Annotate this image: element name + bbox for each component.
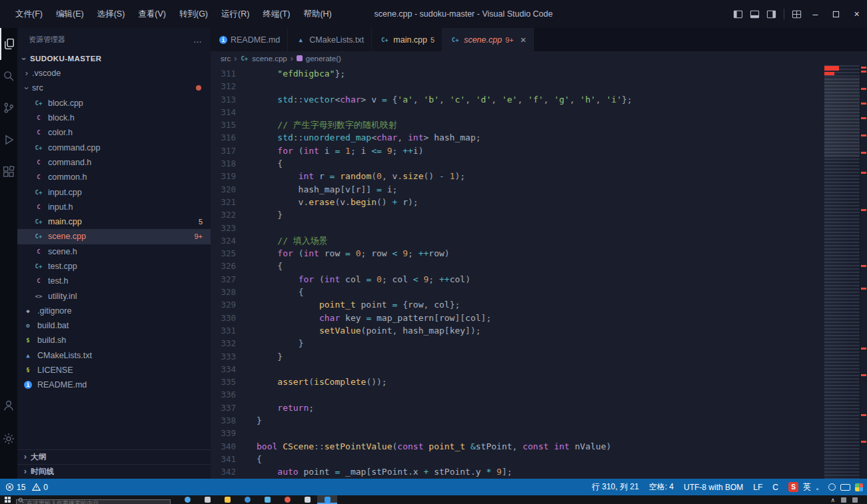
- breadcrumb-item[interactable]: generate(): [306, 55, 341, 63]
- mail-icon[interactable]: [297, 495, 317, 504]
- file-explorer-icon[interactable]: [217, 495, 237, 504]
- chrome-icon[interactable]: [277, 495, 297, 504]
- vscode-icon[interactable]: [317, 495, 337, 504]
- tree-item-scene.cpp[interactable]: C+scene.cpp9+: [17, 229, 211, 244]
- tree-item-build.bat[interactable]: ⚙build.bat: [17, 318, 211, 333]
- tree-item-CMakeLists.txt[interactable]: ▲CMakeLists.txt: [17, 348, 211, 363]
- tray-icon[interactable]: [852, 497, 858, 503]
- tree-item-src[interactable]: ›src: [17, 81, 211, 95]
- line-number: 327: [211, 273, 245, 286]
- extensions-icon[interactable]: [0, 156, 17, 188]
- system-tray[interactable]: ∧: [830, 497, 867, 503]
- maximize-icon[interactable]: [826, 0, 846, 28]
- indentation[interactable]: 空格: 4: [649, 481, 674, 493]
- run-and-debug-icon[interactable]: [0, 124, 17, 156]
- line-number: 341: [211, 453, 245, 465]
- tree-item-main.cpp[interactable]: C+main.cpp5: [17, 214, 211, 229]
- tree-item-input.h[interactable]: Cinput.h: [17, 200, 211, 214]
- error-mark: [861, 117, 866, 119]
- file-name: src: [32, 83, 43, 93]
- tab-CMakeLists.txt[interactable]: ▲CMakeLists.txt: [288, 28, 372, 51]
- start-button-icon[interactable]: [5, 497, 11, 503]
- ime-toolbox-icon[interactable]: [855, 483, 863, 491]
- taskbar-search[interactable]: [16, 496, 171, 504]
- customize-layout-icon[interactable]: [788, 0, 805, 28]
- tree-item-README.md[interactable]: iREADME.md: [17, 378, 211, 392]
- error-mark: [861, 348, 866, 350]
- cursor-position[interactable]: 行 310, 列 21: [592, 481, 639, 493]
- menu-item[interactable]: 文件(F): [9, 6, 49, 23]
- ime-emoji-icon[interactable]: [828, 483, 836, 491]
- tree-item-input.cpp[interactable]: C+input.cpp: [17, 184, 211, 199]
- cortana-icon[interactable]: [177, 495, 197, 504]
- encoding[interactable]: UTF-8 with BOM: [684, 483, 743, 492]
- explorer-icon[interactable]: [0, 28, 17, 60]
- tree-item-block.cpp[interactable]: C+block.cpp: [17, 96, 211, 111]
- line-number: 316: [211, 131, 245, 144]
- menu-item[interactable]: 选择(S): [91, 6, 131, 23]
- close-icon[interactable]: ×: [846, 0, 867, 28]
- line-number: 311: [211, 67, 245, 80]
- overview-ruler[interactable]: [860, 65, 867, 479]
- tab-main.cpp[interactable]: C+main.cpp5: [372, 28, 442, 51]
- language-mode[interactable]: C: [772, 483, 778, 492]
- cpp-file-icon: C+: [33, 262, 44, 271]
- tree-item-test.h[interactable]: Ctest.h: [17, 274, 211, 288]
- workspace-root-row[interactable]: › SUDOKU-MASTER: [17, 51, 211, 66]
- tree-item-.vscode[interactable]: ›.vscode: [17, 66, 211, 81]
- tree-item-command.h[interactable]: Ccommand.h: [17, 155, 211, 170]
- problems-status[interactable]: 15 0: [0, 483, 52, 492]
- file-name: main.cpp: [48, 217, 82, 226]
- section-时间线[interactable]: ›时间线: [17, 464, 211, 479]
- tree-item-common.h[interactable]: Ccommon.h: [17, 170, 211, 184]
- tree-item-block.h[interactable]: Cblock.h: [17, 111, 211, 125]
- minimap-slider[interactable]: [824, 77, 860, 157]
- code-line: 339: [211, 427, 824, 439]
- settings-gear-icon[interactable]: [0, 423, 17, 455]
- tree-item-LICENSE[interactable]: §LICENSE: [17, 363, 211, 378]
- menu-item[interactable]: 转到(G): [173, 6, 214, 23]
- ime-keyboard-icon[interactable]: [840, 484, 850, 491]
- chevron-right-icon: ›: [234, 54, 237, 63]
- file-name: command.h: [48, 158, 91, 167]
- eol-sequence[interactable]: LF: [753, 483, 762, 492]
- tree-item-command.cpp[interactable]: C+command.cpp: [17, 140, 211, 154]
- breadcrumb-item[interactable]: scene.cpp: [252, 55, 287, 63]
- edge-icon[interactable]: [237, 495, 257, 504]
- tree-item-.gitignore[interactable]: ◆.gitignore: [17, 304, 211, 318]
- toggle-secondary-sidebar-icon[interactable]: [763, 0, 780, 28]
- minimap[interactable]: [824, 65, 860, 479]
- menu-item[interactable]: 编辑(E): [50, 6, 90, 23]
- tree-item-color.h[interactable]: Ccolor.h: [17, 125, 211, 140]
- tray-chevron-up-icon[interactable]: ∧: [830, 497, 835, 503]
- h-file-icon: C: [33, 158, 44, 167]
- source-control-icon[interactable]: [0, 92, 17, 124]
- toggle-primary-sidebar-icon[interactable]: [730, 0, 746, 28]
- line-number: 313: [211, 93, 245, 106]
- tree-item-test.cpp[interactable]: C+test.cpp: [17, 259, 211, 274]
- account-icon[interactable]: [0, 389, 17, 421]
- toggle-panel-icon[interactable]: [746, 0, 763, 28]
- ime-punctuation-indicator[interactable]: 。: [816, 481, 824, 493]
- sogou-logo-icon[interactable]: S: [788, 482, 798, 492]
- tree-item-utility.inl[interactable]: <>utility.inl: [17, 288, 211, 303]
- close-icon[interactable]: ×: [520, 37, 526, 43]
- store-icon[interactable]: [257, 495, 277, 504]
- taskbar-search-input[interactable]: [16, 499, 171, 504]
- section-大纲[interactable]: ›大纲: [17, 449, 211, 464]
- tab-README.md[interactable]: iREADME.md: [211, 28, 288, 51]
- minimize-icon[interactable]: –: [805, 0, 826, 28]
- breadcrumb-item[interactable]: src: [221, 55, 231, 63]
- inl-file-icon: <>: [33, 292, 44, 301]
- tree-item-build.sh[interactable]: $build.sh: [17, 333, 211, 348]
- ime-mode-indicator[interactable]: 英: [803, 481, 811, 493]
- editor-pane[interactable]: 311 "efdhigbca"};312313 std::vector<char…: [211, 65, 824, 479]
- tree-item-scene.h[interactable]: Cscene.h: [17, 244, 211, 259]
- search-icon[interactable]: [0, 60, 17, 92]
- tab-scene.cpp[interactable]: C+scene.cpp9+×: [442, 28, 534, 51]
- more-actions-icon[interactable]: …: [193, 35, 203, 45]
- task-view-icon[interactable]: [197, 495, 217, 504]
- menu-item[interactable]: 查看(V): [132, 6, 172, 23]
- menu-item[interactable]: 运行(R): [215, 6, 255, 23]
- tray-icon[interactable]: [841, 497, 846, 503]
